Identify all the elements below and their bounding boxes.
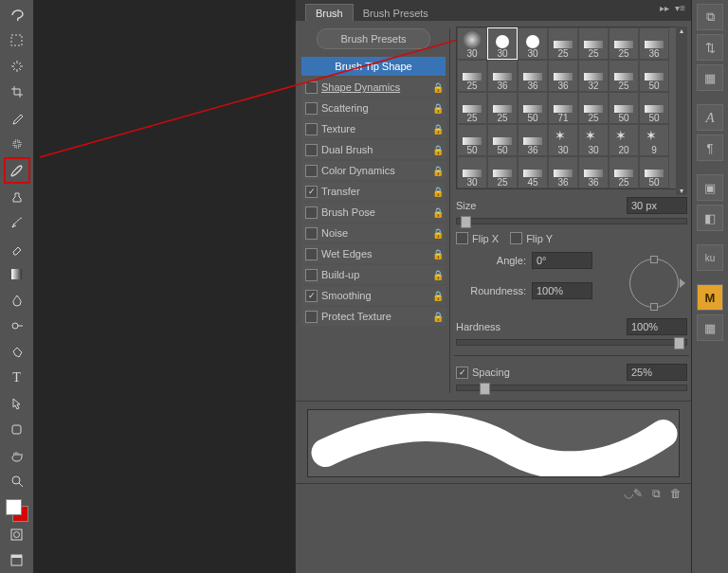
brush-preset-cell[interactable]: 25 (578, 27, 609, 60)
brush-preset-cell[interactable]: 25 (578, 92, 609, 124)
brush-preset-cell[interactable]: 20 (609, 124, 639, 156)
opt-brush-pose[interactable]: Brush Pose🔒 (301, 203, 446, 222)
opt-noise[interactable]: Noise🔒 (301, 224, 446, 242)
guides-icon[interactable]: ⧉ (697, 4, 723, 30)
swatches-panel-icon[interactable]: ▦ (697, 314, 723, 341)
kuler-panel-icon[interactable]: ku (697, 244, 723, 271)
brush-tool-icon[interactable] (4, 157, 30, 183)
checkbox-icon[interactable] (305, 81, 318, 94)
brush-preset-cell[interactable]: 32 (578, 60, 609, 92)
scrollbar[interactable]: ▴▾ (676, 27, 687, 195)
brush-preset-cell[interactable]: 36 (639, 27, 669, 60)
brush-preset-grid[interactable]: 3030302525253625363636322550252550712550… (456, 27, 687, 189)
opt-protect-texture[interactable]: Protect Texture🔒 (301, 307, 446, 326)
lock-icon[interactable]: 🔒 (432, 291, 442, 301)
lock-icon[interactable]: 🔒 (432, 82, 442, 93)
brush-preset-cell[interactable]: 36 (578, 156, 609, 188)
screenmode-icon[interactable] (5, 548, 29, 572)
brush-preset-cell[interactable]: 25 (609, 27, 639, 60)
brush-preset-cell[interactable]: 50 (457, 124, 487, 156)
checkbox-icon[interactable] (305, 248, 318, 260)
brush-preset-cell[interactable]: 50 (609, 92, 639, 124)
checkbox-icon[interactable] (305, 227, 318, 240)
checkbox-icon[interactable] (305, 144, 318, 156)
eraser-tool-icon[interactable] (5, 237, 29, 260)
opt-transfer[interactable]: ✓Transfer🔒 (301, 182, 446, 201)
flipx-checkbox[interactable]: Flip X (456, 232, 499, 244)
opt-smoothing[interactable]: ✓Smoothing🔒 (301, 286, 446, 305)
brush-preset-cell[interactable]: 50 (487, 124, 518, 156)
angle-control[interactable] (621, 250, 687, 316)
brush-preset-cell[interactable]: 36 (518, 60, 548, 92)
marquee-tool-icon[interactable] (5, 28, 29, 52)
tab-brush-presets[interactable]: Brush Presets (354, 5, 438, 21)
checkbox-icon[interactable] (305, 165, 318, 177)
panel-menu-icon[interactable]: ▾≡ (675, 3, 685, 13)
lock-icon[interactable]: 🔒 (432, 228, 442, 239)
brush-preset-cell[interactable]: 30 (487, 27, 518, 60)
type-tool-icon[interactable]: T (5, 366, 29, 389)
checkbox-icon[interactable] (305, 123, 318, 135)
cube-panel-icon[interactable]: ◧ (697, 205, 723, 231)
brush-preset-cell[interactable]: 25 (487, 156, 518, 188)
lock-icon[interactable]: 🔒 (432, 124, 442, 134)
brush-preset-cell[interactable]: 36 (548, 60, 578, 92)
brush-preset-cell[interactable]: 50 (639, 156, 669, 188)
arrange-icon[interactable]: ⇅ (697, 34, 723, 61)
lasso-tool-icon[interactable] (5, 3, 29, 27)
opt-shape-dynamics[interactable]: Shape Dynamics🔒 (301, 78, 446, 97)
quickmask-icon[interactable] (5, 523, 29, 546)
brush-tip-shape-header[interactable]: Brush Tip Shape (301, 57, 446, 76)
brush-preset-cell[interactable]: 25 (609, 60, 639, 92)
stamp-tool-icon[interactable] (5, 186, 29, 209)
checkbox-icon[interactable] (305, 311, 318, 323)
checkbox-icon[interactable] (305, 206, 318, 219)
grid-icon[interactable]: ▦ (697, 64, 723, 91)
brush-preset-cell[interactable]: 25 (548, 27, 578, 60)
brush-preset-cell[interactable]: 25 (457, 60, 487, 92)
brush-preset-cell[interactable]: 30 (548, 124, 578, 156)
crop-tool-icon[interactable] (5, 81, 29, 104)
brush-preset-cell[interactable]: 25 (487, 92, 518, 124)
zoom-tool-icon[interactable] (5, 469, 29, 492)
lock-icon[interactable]: 🔒 (432, 249, 442, 260)
character-panel-icon[interactable]: A (697, 104, 723, 131)
tab-brush[interactable]: Brush (305, 4, 354, 21)
checkbox-icon[interactable]: ✓ (305, 186, 318, 198)
shape-tool-icon[interactable] (5, 418, 29, 441)
dodge-tool-icon[interactable] (5, 314, 29, 338)
hardness-slider[interactable] (456, 339, 687, 346)
brush-preset-cell[interactable]: 25 (457, 92, 487, 124)
checkbox-icon[interactable] (305, 102, 318, 115)
m-panel-icon[interactable]: M (697, 284, 723, 311)
brush-preset-cell[interactable]: 36 (487, 60, 518, 92)
toggle-preview-icon[interactable]: ◡✎ (624, 487, 643, 500)
history-brush-tool-icon[interactable] (5, 211, 29, 235)
spacing-input[interactable]: 25% (627, 364, 687, 381)
checkbox-icon[interactable] (305, 269, 318, 281)
new-preset-icon[interactable]: ⧉ (652, 487, 661, 500)
lock-icon[interactable]: 🔒 (432, 145, 442, 155)
pen-tool-icon[interactable] (5, 340, 29, 364)
trash-icon[interactable]: 🗑 (670, 487, 682, 500)
opt-color-dynamics[interactable]: Color Dynamics🔒 (301, 161, 446, 180)
lock-icon[interactable]: 🔒 (432, 207, 442, 218)
brush-preset-cell[interactable]: 30 (518, 27, 548, 60)
angle-input[interactable]: 0° (532, 252, 592, 269)
brush-preset-cell[interactable]: 36 (548, 156, 578, 188)
opt-dual-brush[interactable]: Dual Brush🔒 (301, 140, 446, 159)
spacing-checkbox[interactable]: ✓Spacing (456, 367, 510, 379)
paragraph-panel-icon[interactable]: ¶ (697, 134, 723, 161)
size-input[interactable]: 30 px (627, 197, 687, 214)
opt-wet-edges[interactable]: Wet Edges🔒 (301, 244, 446, 263)
opt-scattering[interactable]: Scattering🔒 (301, 98, 446, 117)
brush-preset-cell[interactable]: 71 (548, 92, 578, 124)
color-swatches[interactable] (6, 499, 28, 521)
lock-icon[interactable]: 🔒 (432, 270, 442, 280)
flipy-checkbox[interactable]: Flip Y (510, 232, 553, 244)
eyedropper-tool-icon[interactable] (5, 106, 29, 130)
collapse-icon[interactable]: ▸▸ (660, 3, 669, 13)
brush-preset-cell[interactable]: 50 (639, 60, 669, 92)
lock-icon[interactable]: 🔒 (432, 187, 442, 197)
hand-tool-icon[interactable] (5, 443, 29, 467)
